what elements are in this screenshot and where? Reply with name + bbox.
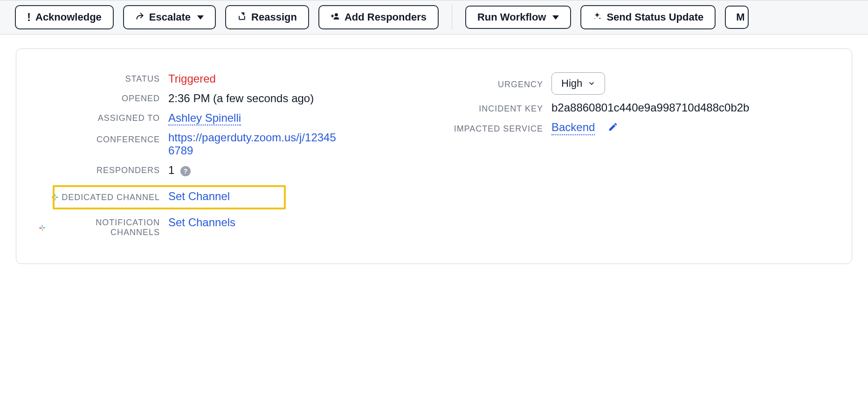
button-label: Acknowledge [35, 12, 102, 22]
escalate-button[interactable]: Escalate [123, 5, 216, 29]
label-status: STATUS [39, 72, 168, 84]
label-dedicated-channel: DEDICATED CHANNEL [39, 191, 168, 202]
row-assigned-to: ASSIGNED TO Ashley Spinelli [39, 111, 425, 125]
slack-icon [39, 224, 46, 231]
label-text: NOTIFICATION CHANNELS [48, 218, 160, 237]
incident-details-card: STATUS Triggered OPENED 2:36 PM (a few s… [16, 49, 852, 264]
share-out-icon [237, 12, 247, 23]
button-label: Send Status Update [606, 12, 703, 22]
svg-point-0 [335, 13, 338, 16]
acknowledge-button[interactable]: ! Acknowledge [15, 5, 114, 29]
urgency-select[interactable]: High [551, 72, 605, 95]
pencil-icon [608, 122, 618, 132]
row-dedicated-channel: DEDICATED CHANNEL Set Channel [39, 190, 425, 203]
impacted-service-link[interactable]: Backend [551, 121, 595, 135]
row-incident-key: INCIDENT KEY b2a8860801c440e9a998710d488… [443, 101, 829, 114]
button-label: Reassign [251, 12, 297, 22]
details-grid: STATUS Triggered OPENED 2:36 PM (a few s… [39, 66, 829, 244]
label-responders: RESPONDERS [39, 164, 168, 175]
send-status-update-button[interactable]: Send Status Update [580, 5, 716, 29]
svg-rect-5 [55, 198, 56, 200]
chevron-down-icon [588, 80, 595, 87]
button-label: Add Responders [344, 12, 427, 22]
exclamation-icon: ! [27, 12, 31, 23]
svg-rect-7 [41, 225, 42, 227]
label-text: DEDICATED CHANNEL [62, 193, 160, 202]
urgency-value: High [561, 77, 582, 90]
button-label: M [736, 12, 744, 22]
value-status: Triggered [168, 72, 216, 85]
slack-icon [51, 194, 59, 201]
value-responders: 1 ? [168, 164, 191, 177]
svg-rect-8 [43, 227, 45, 228]
assigned-to-link[interactable]: Ashley Spinelli [168, 111, 241, 125]
toolbar-group-primary: ! Acknowledge Escalate Reassign Add Resp… [15, 5, 439, 29]
label-impacted-service: IMPACTED SERVICE [443, 122, 551, 134]
run-workflow-button[interactable]: Run Workflow [465, 6, 571, 29]
toolbar-divider [452, 5, 452, 30]
details-right-column: URGENCY High INCIDENT KEY b2a8860801c440… [443, 66, 829, 244]
caret-down-icon [197, 15, 204, 20]
svg-rect-10 [39, 228, 41, 229]
label-incident-key: INCIDENT KEY [443, 101, 551, 114]
label-opened: OPENED [39, 92, 168, 104]
set-channel-link[interactable]: Set Channel [168, 190, 230, 202]
button-label: Escalate [149, 12, 191, 22]
reassign-button[interactable]: Reassign [225, 5, 309, 29]
label-urgency: URGENCY [443, 78, 551, 90]
responders-count: 1 [168, 164, 174, 176]
row-notification-channels: NOTIFICATION CHANNELS Set Channels [39, 216, 425, 237]
row-conference: CONFERENCE https://pagerduty.zoom.us/j/1… [39, 131, 425, 157]
svg-point-2 [595, 18, 596, 19]
arrow-up-right-icon [135, 12, 145, 23]
edit-impacted-service-button[interactable] [608, 122, 618, 135]
value-opened: 2:36 PM (a few seconds ago) [168, 92, 314, 105]
add-responders-button[interactable]: Add Responders [318, 5, 439, 29]
sparkle-icon [592, 12, 602, 23]
set-channels-link[interactable]: Set Channels [168, 216, 235, 229]
row-responders: RESPONDERS 1 ? [39, 164, 425, 177]
button-label: Run Workflow [477, 12, 546, 22]
svg-rect-9 [42, 229, 43, 231]
overflow-button-clipped[interactable]: M [725, 6, 748, 29]
row-status: STATUS Triggered [39, 72, 425, 85]
help-icon[interactable]: ? [180, 166, 191, 176]
row-impacted-service: IMPACTED SERVICE Backend [443, 121, 829, 135]
incident-action-toolbar: ! Acknowledge Escalate Reassign Add Resp… [0, 0, 868, 35]
svg-rect-4 [56, 197, 58, 198]
svg-point-1 [599, 18, 601, 19]
details-left-column: STATUS Triggered OPENED 2:36 PM (a few s… [39, 66, 425, 244]
label-assigned-to: ASSIGNED TO [39, 111, 168, 123]
svg-rect-3 [55, 194, 55, 196]
value-incident-key: b2a8860801c440e9a998710d488c0b2b [551, 101, 749, 114]
label-conference: CONFERENCE [39, 131, 168, 145]
caret-down-icon [552, 15, 559, 20]
conference-link[interactable]: https://pagerduty.zoom.us/j/123456789 [168, 131, 336, 157]
label-notification-channels: NOTIFICATION CHANNELS [39, 216, 168, 237]
row-opened: OPENED 2:36 PM (a few seconds ago) [39, 92, 425, 105]
row-urgency: URGENCY High [443, 72, 829, 95]
person-plus-icon [331, 12, 340, 23]
svg-rect-6 [52, 197, 55, 198]
